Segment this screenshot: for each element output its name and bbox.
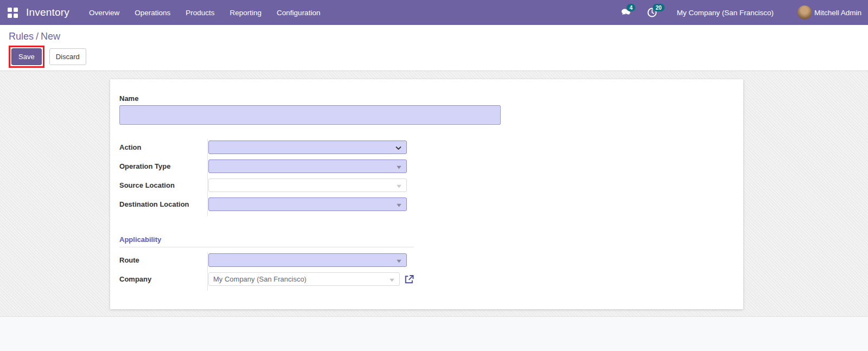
operation-type-label: Operation Type <box>119 159 207 173</box>
user-menu[interactable]: Mitchell Admin <box>797 5 861 20</box>
save-button[interactable]: Save <box>11 48 42 65</box>
breadcrumb-separator: / <box>34 31 41 42</box>
applicability-section-title: Applicability <box>119 235 414 247</box>
name-field-block: Name <box>119 94 743 125</box>
breadcrumb: Rules/New <box>9 31 859 42</box>
name-input[interactable] <box>119 105 501 125</box>
menu-item-overview[interactable]: Overview <box>81 1 127 24</box>
source-location-label: Source Location <box>119 178 207 192</box>
user-name: Mitchell Admin <box>814 9 861 17</box>
destination-location-select[interactable] <box>208 197 407 211</box>
menu-item-configuration[interactable]: Configuration <box>269 1 328 24</box>
menu-item-reporting[interactable]: Reporting <box>222 1 270 24</box>
red-highlight-annotation: Save <box>9 46 44 68</box>
caret-down-icon <box>397 181 401 189</box>
content-background: Name Action Operation Type Source Locati… <box>0 71 868 316</box>
route-label: Route <box>119 253 207 267</box>
activities-badge: 20 <box>653 4 664 11</box>
action-select[interactable] <box>208 141 407 154</box>
applicability-field-group: Route Company My Company (San Francisco) <box>119 252 743 291</box>
user-avatar <box>797 5 812 20</box>
caret-down-icon <box>397 162 401 170</box>
activities-button[interactable]: 20 <box>646 7 658 18</box>
messages-badge: 4 <box>627 4 635 11</box>
route-select[interactable] <box>208 253 407 267</box>
source-location-select[interactable] <box>208 178 407 192</box>
company-select[interactable]: My Company (San Francisco) <box>208 272 400 286</box>
main-field-group: Action Operation Type Source Location De… <box>119 139 743 216</box>
rule-form-card: Name Action Operation Type Source Locati… <box>110 79 743 309</box>
company-switcher[interactable]: My Company (San Francisco) <box>676 9 774 17</box>
external-link-icon <box>404 274 414 285</box>
apps-grid-icon <box>8 8 18 18</box>
operation-type-select[interactable] <box>208 159 407 173</box>
apps-menu-button[interactable] <box>0 0 25 25</box>
name-label: Name <box>119 94 743 103</box>
menu-item-operations[interactable]: Operations <box>127 1 178 24</box>
chevron-down-icon <box>395 143 401 151</box>
page-footer <box>0 316 868 351</box>
destination-location-label: Destination Location <box>119 197 207 211</box>
company-label: Company <box>119 272 207 286</box>
menu-item-products[interactable]: Products <box>178 1 222 24</box>
caret-down-icon <box>397 200 401 208</box>
caret-down-icon <box>390 275 394 283</box>
app-title[interactable]: Inventory <box>26 7 69 18</box>
discard-button[interactable]: Discard <box>49 48 86 65</box>
action-label: Action <box>119 141 207 154</box>
caret-down-icon <box>397 256 401 264</box>
breadcrumb-rules-link[interactable]: Rules <box>9 31 34 42</box>
control-panel: Rules/New Save Discard <box>0 25 868 71</box>
breadcrumb-current: New <box>41 31 60 42</box>
top-navbar: Inventory Overview Operations Products R… <box>0 0 868 25</box>
messages-button[interactable]: 4 <box>620 7 632 18</box>
external-link-button[interactable] <box>404 274 414 285</box>
main-menu: Overview Operations Products Reporting C… <box>81 1 328 24</box>
